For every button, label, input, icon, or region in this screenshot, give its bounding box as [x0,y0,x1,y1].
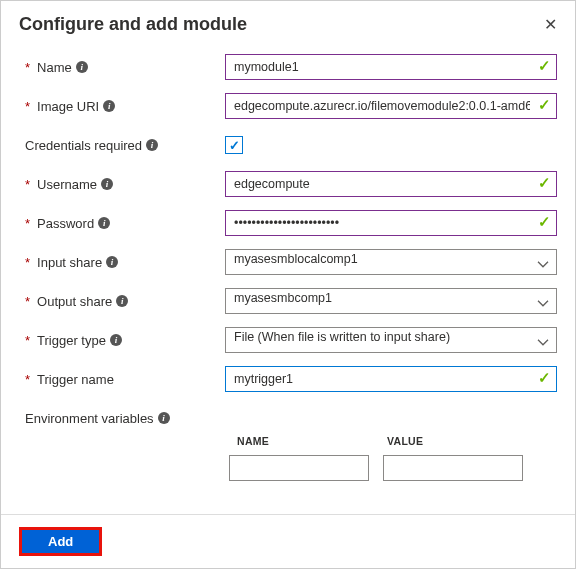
password-input[interactable] [225,210,557,236]
panel-header: Configure and add module ✕ [1,1,575,44]
env-vars-header: NAME VALUE [225,429,557,455]
row-credentials: Credentials required i ✓ [25,132,557,158]
credentials-checkbox[interactable]: ✓ [225,136,243,154]
required-marker: * [25,177,30,192]
required-marker: * [25,255,30,270]
username-input[interactable] [225,171,557,197]
configure-module-panel: Configure and add module ✕ * Name i ✓ * … [0,0,576,569]
env-col-name: NAME [237,435,387,447]
output-share-select[interactable]: myasesmbcomp1 [225,288,557,314]
row-name: * Name i ✓ [25,54,557,80]
info-icon[interactable]: i [146,139,158,151]
required-marker: * [25,99,30,114]
label-image-uri: * Image URI i [25,99,225,114]
label-text: Image URI [37,99,99,114]
label-env-vars: Environment variables i [25,411,225,426]
info-icon[interactable]: i [76,61,88,73]
name-input[interactable] [225,54,557,80]
trigger-name-input[interactable] [225,366,557,392]
label-text: Environment variables [25,411,154,426]
info-icon[interactable]: i [110,334,122,346]
label-output-share: * Output share i [25,294,225,309]
add-button[interactable]: Add [19,527,102,556]
env-vars-table: NAME VALUE [225,429,557,481]
label-trigger-type: * Trigger type i [25,333,225,348]
label-text: Trigger type [37,333,106,348]
label-input-share: * Input share i [25,255,225,270]
trigger-type-select[interactable]: File (When file is written to input shar… [225,327,557,353]
required-marker: * [25,216,30,231]
label-text: Name [37,60,72,75]
env-name-input[interactable] [229,455,369,481]
label-trigger-name: * Trigger name [25,372,225,387]
row-username: * Username i ✓ [25,171,557,197]
required-marker: * [25,294,30,309]
label-text: Password [37,216,94,231]
info-icon[interactable]: i [106,256,118,268]
info-icon[interactable]: i [103,100,115,112]
row-output-share: * Output share i myasesmbcomp1 [25,288,557,314]
label-text: Username [37,177,97,192]
row-env-vars: Environment variables i [25,405,557,431]
row-trigger-name: * Trigger name ✓ [25,366,557,392]
label-text: Credentials required [25,138,142,153]
close-icon[interactable]: ✕ [540,11,561,38]
panel-footer: Add [1,514,575,568]
required-marker: * [25,60,30,75]
label-username: * Username i [25,177,225,192]
required-marker: * [25,333,30,348]
label-text: Trigger name [37,372,114,387]
page-title: Configure and add module [19,14,247,35]
row-password: * Password i ✓ [25,210,557,236]
label-text: Input share [37,255,102,270]
table-row [225,455,557,481]
label-credentials: Credentials required i [25,138,225,153]
form-body: * Name i ✓ * Image URI i ✓ Cre [1,44,575,514]
row-trigger-type: * Trigger type i File (When file is writ… [25,327,557,353]
input-share-select[interactable]: myasesmblocalcomp1 [225,249,557,275]
row-input-share: * Input share i myasesmblocalcomp1 [25,249,557,275]
required-marker: * [25,372,30,387]
env-value-input[interactable] [383,455,523,481]
label-text: Output share [37,294,112,309]
row-image-uri: * Image URI i ✓ [25,93,557,119]
label-password: * Password i [25,216,225,231]
label-name: * Name i [25,60,225,75]
info-icon[interactable]: i [158,412,170,424]
info-icon[interactable]: i [101,178,113,190]
env-col-value: VALUE [387,435,537,447]
image-uri-input[interactable] [225,93,557,119]
info-icon[interactable]: i [98,217,110,229]
info-icon[interactable]: i [116,295,128,307]
